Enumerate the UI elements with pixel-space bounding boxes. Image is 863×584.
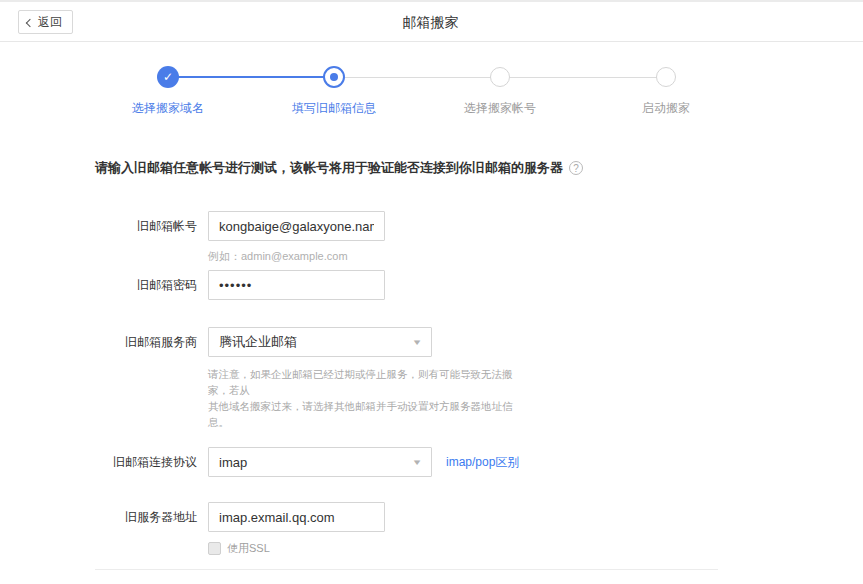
provider-label: 旧邮箱服务商 — [0, 327, 197, 357]
check-icon: ✓ — [163, 70, 173, 84]
step-label: 选择搬家帐号 — [464, 100, 536, 117]
step-pending-circle — [490, 67, 510, 87]
step-label: 启动搬家 — [642, 100, 690, 117]
form-row-server-address: 旧服务器地址 使用SSL — [0, 502, 863, 556]
page-title: 邮箱搬家 — [402, 2, 458, 42]
chevron-down-icon: ▼ — [411, 338, 422, 347]
server-address-label: 旧服务器地址 — [0, 502, 197, 532]
server-address-input[interactable] — [208, 502, 385, 532]
stepper-step-choose-domain: ✓ 选择搬家域名 — [85, 66, 251, 117]
provider-note-line: 请注意，如果企业邮箱已经过期或停止服务，则有可能导致无法搬家，若从 — [208, 366, 526, 398]
old-account-label: 旧邮箱帐号 — [0, 211, 197, 241]
chevron-left-icon — [26, 18, 34, 26]
migration-form: 旧邮箱帐号 例如：admin@example.com 旧邮箱密码 旧邮箱服务商 … — [0, 211, 863, 556]
form-row-protocol: 旧邮箱连接协议 imap ▼ imap/pop区别 — [0, 447, 863, 477]
use-ssl-checkbox[interactable] — [208, 542, 221, 555]
provider-note: 请注意，如果企业邮箱已经过期或停止服务，则有可能导致无法搬家，若从 其他域名搬家… — [208, 366, 526, 430]
back-button-label: 返回 — [38, 14, 62, 31]
form-row-old-password: 旧邮箱密码 — [0, 270, 863, 300]
ssl-option-row: 使用SSL — [208, 541, 385, 556]
chevron-down-icon: ▼ — [411, 458, 422, 467]
stepper-step-old-mailbox-info: 填写旧邮箱信息 — [251, 66, 417, 117]
stepper-step-choose-accounts: 选择搬家帐号 — [417, 66, 583, 117]
step-pending-circle — [656, 67, 676, 87]
provider-note-line: 其他域名搬家过来，请选择其他邮箱并手动设置对方服务器地址信息。 — [208, 398, 526, 430]
help-icon[interactable]: ? — [569, 161, 583, 175]
protocol-selected-value: imap — [219, 455, 247, 470]
old-account-input[interactable] — [208, 211, 385, 241]
header-bar: 返回 邮箱搬家 — [0, 2, 863, 42]
form-row-old-account: 旧邮箱帐号 例如：admin@example.com — [0, 211, 863, 264]
old-account-hint: 例如：admin@example.com — [208, 249, 385, 264]
old-password-input[interactable] — [208, 270, 385, 300]
step-done-circle: ✓ — [157, 66, 179, 88]
protocol-label: 旧邮箱连接协议 — [0, 447, 197, 477]
intro-text: 请输入旧邮箱任意帐号进行测试，该帐号将用于验证能否连接到你旧邮箱的服务器 — [95, 159, 563, 177]
email-migration-page: 返回 邮箱搬家 ✓ 选择搬家域名 填写旧邮箱信息 选择搬家帐号 — [0, 0, 863, 584]
progress-stepper: ✓ 选择搬家域名 填写旧邮箱信息 选择搬家帐号 启动搬家 — [85, 66, 749, 118]
protocol-select[interactable]: imap ▼ — [208, 447, 432, 477]
old-password-label: 旧邮箱密码 — [0, 270, 197, 300]
form-row-provider: 旧邮箱服务商 腾讯企业邮箱 ▼ 请注意，如果企业邮箱已经过期或停止服务，则有可能… — [0, 327, 863, 430]
step-active-dot-icon — [330, 73, 338, 81]
intro-text-row: 请输入旧邮箱任意帐号进行测试，该帐号将用于验证能否连接到你旧邮箱的服务器 ? — [95, 159, 863, 177]
use-ssl-label: 使用SSL — [227, 541, 270, 556]
step-label: 选择搬家域名 — [132, 100, 204, 117]
provider-select[interactable]: 腾讯企业邮箱 ▼ — [208, 327, 432, 357]
stepper-step-start-migration: 启动搬家 — [583, 66, 749, 117]
step-label: 填写旧邮箱信息 — [292, 100, 376, 117]
footer-divider — [95, 569, 718, 570]
provider-selected-value: 腾讯企业邮箱 — [219, 333, 297, 351]
back-button[interactable]: 返回 — [18, 10, 73, 34]
step-active-circle — [323, 66, 345, 88]
imap-pop-difference-link[interactable]: imap/pop区别 — [446, 447, 519, 477]
